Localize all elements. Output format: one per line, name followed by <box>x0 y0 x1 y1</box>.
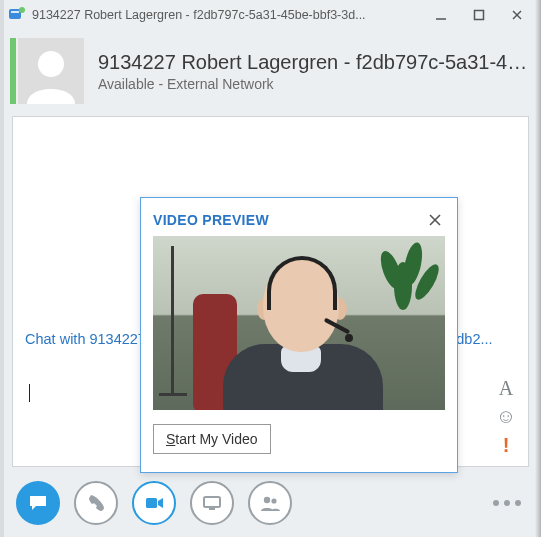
text-caret <box>29 384 30 402</box>
svg-rect-8 <box>146 498 157 508</box>
svg-point-18 <box>394 262 412 310</box>
present-tab[interactable] <box>190 481 234 525</box>
bottom-toolbar <box>10 475 531 531</box>
priority-button[interactable]: ! <box>494 434 518 458</box>
font-button[interactable]: A <box>494 376 518 400</box>
window-right-shadow <box>535 0 541 537</box>
app-icon <box>8 6 26 24</box>
window-title: 9134227 Robert Lagergren - f2db797c-5a31… <box>32 8 429 22</box>
popup-close-button[interactable] <box>425 210 445 230</box>
video-preview-popup: VIDEO PREVIEW Start My Video <box>140 197 458 473</box>
window-left-border <box>0 0 4 537</box>
avatar[interactable] <box>18 38 84 104</box>
participants-tab[interactable] <box>248 481 292 525</box>
maximize-button[interactable] <box>467 5 491 25</box>
svg-point-11 <box>264 497 270 503</box>
svg-point-12 <box>271 498 276 503</box>
minimize-button[interactable] <box>429 5 453 25</box>
im-tab[interactable] <box>16 481 60 525</box>
call-tab[interactable] <box>74 481 118 525</box>
title-bar: 9134227 Robert Lagergren - f2db797c-5a31… <box>4 0 537 30</box>
accelerator-underline: S <box>166 431 175 447</box>
format-toolbar: A ☺ ! <box>490 374 522 460</box>
start-my-video-button[interactable]: Start My Video <box>153 424 271 454</box>
svg-rect-10 <box>209 508 215 510</box>
close-button[interactable] <box>505 5 529 25</box>
emoji-button[interactable]: ☺ <box>494 405 518 429</box>
svg-rect-4 <box>475 11 484 20</box>
more-options-button[interactable] <box>493 500 521 506</box>
svg-point-7 <box>38 51 64 77</box>
video-tab[interactable] <box>132 481 176 525</box>
popup-title: VIDEO PREVIEW <box>153 212 269 228</box>
contact-header: 9134227 Robert Lagergren - f2db797c-5a31… <box>10 32 531 110</box>
svg-rect-9 <box>204 497 220 507</box>
svg-rect-1 <box>11 11 19 13</box>
video-preview-frame <box>153 236 445 410</box>
contact-status: Available - External Network <box>98 76 531 92</box>
button-label-rest: tart My Video <box>175 431 257 447</box>
contact-name: 9134227 Robert Lagergren - f2db797c-5a31… <box>98 51 531 74</box>
presence-indicator <box>10 38 16 104</box>
svg-point-2 <box>19 7 25 13</box>
